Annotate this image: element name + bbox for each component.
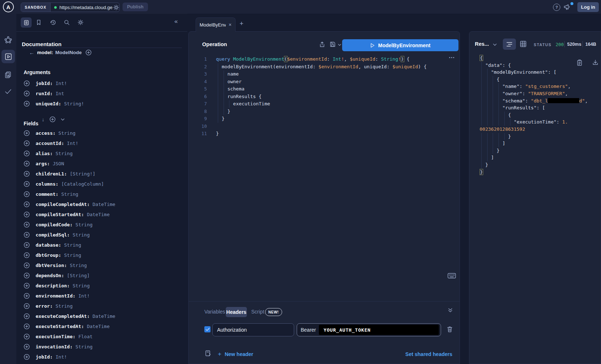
add-type-icon[interactable] [85,49,92,56]
search-tab[interactable] [64,19,70,25]
add-field-icon[interactable] [24,211,30,218]
add-field-icon[interactable] [24,201,30,207]
operation-collection-icon[interactable] [4,70,12,79]
set-shared-headers-button[interactable]: Set shared headers [405,351,452,357]
argument-row[interactable]: uniqueId: String! [24,98,184,109]
header-name-input[interactable] [212,323,294,336]
add-field-icon[interactable] [24,333,30,340]
add-field-icon[interactable] [24,181,30,187]
schema-graph-icon[interactable] [4,36,12,44]
add-field-icon[interactable] [24,313,30,319]
tree-view-toggle-selected[interactable] [503,39,516,50]
new-header-button[interactable]: + New header [218,351,253,358]
checklist-icon[interactable] [4,87,12,96]
add-field-icon[interactable] [24,150,30,157]
history-tab[interactable] [50,19,56,26]
field-row[interactable]: compileStartedAt: DateTime [24,209,184,219]
field-row[interactable]: childrenL1: [String!] [24,169,184,179]
field-row[interactable]: access: String [24,128,184,138]
add-field-icon[interactable] [24,272,30,279]
save-operation-icon[interactable] [329,41,336,48]
new-tab-icon[interactable]: + [240,20,244,28]
field-row[interactable]: executeStartedAt: DateTime [24,321,184,331]
tab-variables[interactable]: Variables [204,309,225,315]
field-row[interactable]: description: String [24,280,184,291]
collapse-docs-icon[interactable]: « [175,18,178,25]
add-field-icon[interactable] [24,171,30,177]
save-menu-chevron-icon[interactable] [338,44,341,46]
documentation-tab-selected[interactable] [21,17,32,28]
settings-tab[interactable] [77,19,84,25]
sort-fields-icon[interactable]: ↓ [42,117,44,122]
operation-editor[interactable]: 1query ModelByEnvironment($environmentId… [192,56,454,175]
share-operation-icon[interactable] [319,41,325,48]
breadcrumb-type[interactable]: ModelNode [55,50,82,55]
tab-headers-selected[interactable]: Headers [226,307,247,317]
table-view-toggle[interactable] [520,40,527,48]
add-field-icon[interactable] [24,232,30,238]
explorer-nav-selected[interactable] [1,50,15,63]
add-field-icon[interactable] [24,161,30,167]
announcements-icon[interactable] [563,3,571,11]
argument-row[interactable]: jobId: Int! [24,78,184,88]
field-row[interactable]: jobId: Int! [24,352,184,362]
add-field-icon[interactable] [24,101,30,107]
add-field-icon[interactable] [24,293,30,299]
add-field-icon[interactable] [24,191,30,197]
chevron-down-icon[interactable] [61,118,65,121]
add-field-icon[interactable] [24,283,30,289]
publish-button[interactable]: Publish [123,3,148,11]
field-row[interactable]: compiledCode: String [24,219,184,230]
add-field-icon[interactable] [24,344,30,350]
add-field-icon[interactable] [24,252,30,258]
field-row[interactable]: dbtVersion: String [24,260,184,270]
response-panel-title[interactable]: Res... [475,41,489,47]
field-row[interactable]: compiledSql: String [24,230,184,240]
add-field-icon[interactable] [24,222,30,228]
keyboard-shortcuts-icon[interactable] [448,273,456,279]
auth-token-redacted[interactable]: YOUR_AUTH_TOKEN [319,325,439,335]
add-field-icon[interactable] [24,90,30,97]
delete-header-icon[interactable] [446,326,453,333]
back-icon[interactable]: ← [29,49,35,56]
field-row[interactable]: alias: String [24,148,184,158]
bookmarks-tab[interactable] [36,19,42,25]
field-row[interactable]: database: String [24,240,184,250]
header-value-field[interactable]: Bearer YOUR_AUTH_TOKEN [297,323,441,336]
endpoint-url[interactable]: https://metadata.cloud.get [60,5,112,10]
add-all-fields-icon[interactable] [49,116,56,122]
environment-variables-icon[interactable] [205,350,211,357]
field-row[interactable]: invocationId: String [24,341,184,352]
add-field-icon[interactable] [24,80,30,86]
operation-tab[interactable]: ModelByEnvi... × [196,17,236,32]
header-enabled-checkbox[interactable] [204,326,211,332]
response-dropdown-chevron-icon[interactable] [493,43,497,46]
add-field-icon[interactable] [24,323,30,329]
expand-rail-icon[interactable]: » [4,362,7,364]
field-row[interactable]: args: JSON [24,158,184,169]
field-row[interactable]: accountId: Int! [24,138,184,148]
field-row[interactable]: error: String [24,301,184,311]
login-button[interactable]: Log in [577,2,599,12]
run-operation-button[interactable]: ModelByEnvironment [342,39,458,51]
field-row[interactable]: executionTime: Float [24,331,184,341]
add-field-icon[interactable] [24,242,30,248]
help-icon[interactable]: ? [553,4,560,11]
tab-script[interactable]: Script [251,309,264,315]
apollo-logo[interactable]: A [3,1,14,12]
add-field-icon[interactable] [24,130,30,136]
close-tab-icon[interactable]: × [229,22,232,28]
argument-row[interactable]: runId: Int [24,88,184,98]
field-row[interactable]: executeCompletedAt: DateTime [24,311,184,321]
field-row[interactable]: compileCompletedAt: DateTime [24,199,184,209]
collapse-footer-icon[interactable] [448,308,453,313]
add-field-icon[interactable] [24,140,30,146]
add-field-icon[interactable] [24,303,30,309]
field-row[interactable]: environmentId: Int! [24,291,184,301]
connection-settings-icon[interactable] [113,4,119,11]
field-row[interactable]: dbtGroup: String [24,250,184,260]
field-row[interactable]: columns: [CatalogColumn] [24,179,184,189]
add-field-icon[interactable] [24,262,30,268]
graph-endpoint-chip[interactable]: SANDBOX https://metadata.cloud.get [21,3,120,12]
add-field-icon[interactable] [24,354,30,360]
